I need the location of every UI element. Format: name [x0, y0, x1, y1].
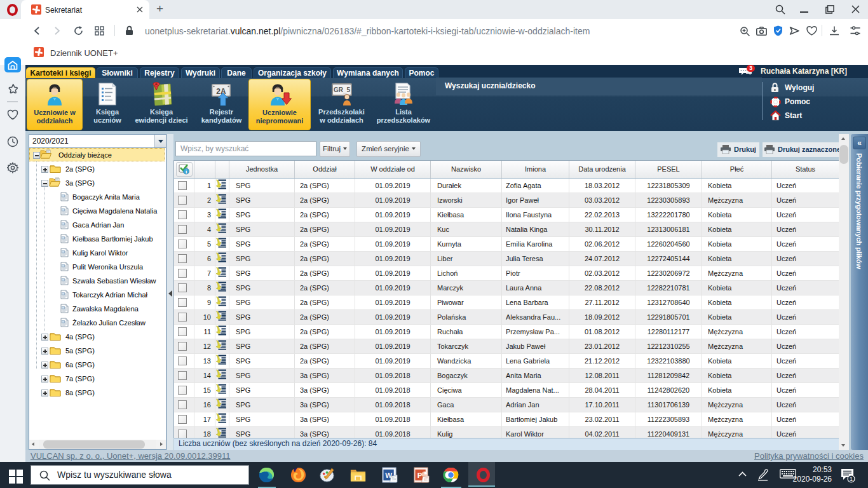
svg-text:P: P — [417, 471, 423, 479]
svg-text:1: 1 — [850, 475, 853, 482]
svg-text:GR_5: GR_5 — [333, 86, 350, 93]
